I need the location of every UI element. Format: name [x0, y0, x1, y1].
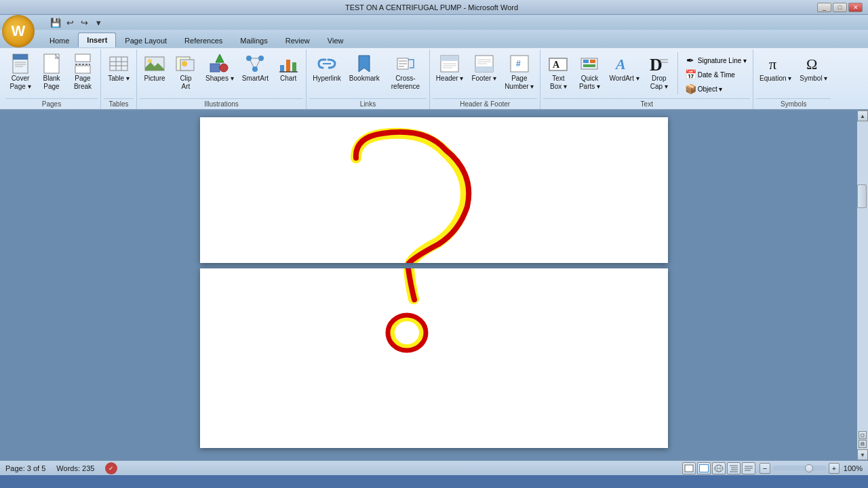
text-box-button[interactable]: A TextBox ▾: [543, 51, 573, 93]
cover-page-button[interactable]: CoverPage ▾: [5, 51, 35, 93]
wordart-label: WordArt ▾: [609, 75, 639, 83]
draft-btn[interactable]: [742, 462, 755, 474]
spell-check-icon[interactable]: ✓: [105, 462, 117, 474]
svg-point-62: [388, 315, 426, 350]
svg-rect-43: [475, 66, 493, 72]
document-scroll[interactable]: [0, 110, 868, 460]
svg-marker-21: [216, 54, 224, 62]
web-layout-btn[interactable]: [712, 462, 726, 474]
signature-line-button[interactable]: ✒ Signature Line ▾: [682, 54, 750, 67]
tables-group-label: Tables: [104, 98, 134, 109]
zoom-in-button[interactable]: +: [829, 463, 840, 474]
signature-line-icon: ✒: [685, 55, 696, 66]
pages-group: CoverPage ▾ BlankPage PageBreak: [3, 49, 101, 109]
scroll-down-button[interactable]: ▼: [857, 449, 868, 460]
smartart-button[interactable]: SmartArt: [239, 51, 272, 85]
window-title: TEST ON A CENTRIFUGAL PUMP - Microsoft W…: [46, 3, 817, 12]
page-status: Page: 3 of 5: [5, 464, 45, 472]
minimize-button[interactable]: _: [817, 3, 831, 12]
bookmark-label: Bookmark: [349, 75, 380, 83]
picture-icon: [144, 53, 165, 75]
svg-rect-6: [75, 54, 90, 62]
chart-button[interactable]: Chart: [273, 51, 303, 85]
scroll-up-button[interactable]: ▲: [857, 110, 868, 121]
tab-insert[interactable]: Insert: [78, 33, 116, 47]
quick-access-toolbar: W 💾 ↩ ↪ ▾: [0, 15, 868, 30]
smartart-icon: [244, 53, 266, 75]
vertical-scrollbar[interactable]: ▲ ◻ ⊟ ▼: [857, 110, 868, 460]
tab-review[interactable]: Review: [277, 33, 319, 47]
svg-point-15: [148, 59, 152, 63]
document-page-2: [200, 268, 668, 448]
quick-parts-button[interactable]: QuickParts ▾: [574, 51, 604, 93]
cover-page-icon: [9, 53, 31, 75]
save-quick-btn[interactable]: 💾: [50, 16, 62, 28]
svg-line-26: [250, 60, 254, 67]
office-button[interactable]: W: [2, 15, 35, 47]
bookmark-button[interactable]: Bookmark: [346, 51, 383, 85]
zoom-out-button[interactable]: −: [760, 463, 770, 474]
svg-rect-28: [280, 65, 284, 72]
header-icon: [439, 53, 460, 75]
table-button[interactable]: Table ▾: [104, 51, 134, 85]
svg-point-23: [258, 56, 264, 61]
tab-mailings[interactable]: Mailings: [231, 33, 276, 47]
zoom-slider-thumb[interactable]: [805, 464, 813, 472]
tab-view[interactable]: View: [319, 33, 353, 47]
text-group: A TextBox ▾ QuickParts ▾ A: [540, 49, 753, 109]
tables-group: Table ▾ Tables: [101, 49, 137, 109]
object-button[interactable]: 📦 Object ▾: [682, 82, 750, 96]
redo-quick-btn[interactable]: ↪: [78, 16, 90, 28]
shapes-button[interactable]: Shapes ▾: [202, 51, 237, 85]
tab-home[interactable]: Home: [41, 33, 78, 47]
page-number-button[interactable]: # PageNumber ▾: [501, 51, 537, 93]
svg-rect-19: [210, 64, 220, 72]
scroll-expand-btn[interactable]: ◻: [859, 431, 867, 439]
zoom-level: 100%: [844, 464, 863, 472]
tab-page-layout[interactable]: Page Layout: [116, 33, 176, 47]
svg-point-20: [220, 64, 228, 72]
drop-cap-button[interactable]: D DropCap ▾: [644, 51, 674, 93]
scroll-compress-btn[interactable]: ⊟: [859, 440, 867, 448]
undo-quick-btn[interactable]: ↩: [64, 16, 76, 28]
maximize-button[interactable]: □: [833, 3, 847, 12]
picture-button[interactable]: Picture: [140, 51, 170, 85]
wordart-icon: A: [614, 53, 635, 75]
print-layout-btn[interactable]: [682, 462, 696, 474]
svg-rect-38: [441, 56, 458, 61]
cross-reference-button[interactable]: Cross-reference: [384, 51, 427, 93]
ribbon-tab-strip: Home Insert Page Layout References Maili…: [0, 30, 868, 47]
hyperlink-button[interactable]: Hyperlink: [309, 51, 344, 85]
equation-button[interactable]: π Equation ▾: [756, 51, 795, 85]
bookmark-icon: [353, 53, 375, 75]
footer-button[interactable]: Footer ▾: [468, 51, 500, 85]
symbol-button[interactable]: Ω Symbol ▾: [796, 51, 831, 85]
svg-rect-9: [110, 57, 127, 70]
text-group-label: Text: [543, 98, 750, 109]
clip-art-label: ClipArt: [180, 75, 191, 91]
quick-access-more-btn[interactable]: ▾: [92, 16, 104, 28]
svg-line-27: [256, 60, 260, 67]
zoom-slider[interactable]: [772, 466, 827, 471]
close-button[interactable]: ✕: [848, 3, 863, 12]
smartart-label: SmartArt: [242, 75, 269, 83]
svg-text:#: #: [516, 59, 521, 68]
outline-btn[interactable]: [727, 462, 741, 474]
date-time-button[interactable]: 📅 Date & Time: [682, 68, 750, 81]
tab-references[interactable]: References: [176, 33, 231, 47]
clip-art-button[interactable]: ClipArt: [171, 51, 201, 93]
text-small-group: ✒ Signature Line ▾ 📅 Date & Time 📦 Objec…: [682, 51, 750, 96]
document-area: ▲ ◻ ⊟ ▼: [0, 110, 868, 460]
full-screen-btn[interactable]: [697, 462, 711, 474]
cross-reference-icon: [395, 53, 416, 75]
page-break-icon: [72, 53, 94, 75]
wordart-button[interactable]: A WordArt ▾: [606, 51, 642, 85]
header-button[interactable]: Header ▾: [433, 51, 467, 85]
blank-page-button[interactable]: BlankPage: [37, 51, 66, 93]
window-controls: _ □ ✕: [817, 3, 863, 12]
page-break-button[interactable]: PageBreak: [68, 51, 98, 93]
svg-text:A: A: [614, 56, 626, 73]
svg-text:D: D: [650, 55, 663, 75]
scroll-thumb[interactable]: [857, 184, 867, 208]
document-page-1: [200, 117, 668, 263]
